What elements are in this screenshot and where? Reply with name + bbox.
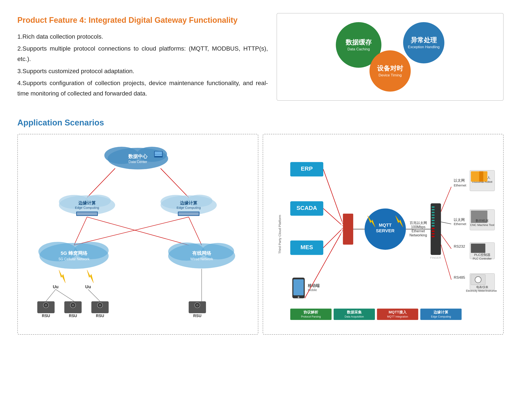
feature-title: Product Feature 4: Integrated Digital Ga… xyxy=(17,15,268,25)
svg-text:Electricity Meter/Instrument: Electricity Meter/Instrument xyxy=(466,289,497,292)
svg-rect-8 xyxy=(155,155,162,156)
svg-text:以太网: 以太网 xyxy=(454,218,465,222)
svg-text:ERP: ERP xyxy=(301,165,313,172)
svg-text:RSU: RSU xyxy=(193,314,201,318)
svg-rect-98 xyxy=(431,220,434,221)
timing-en: Device Timing xyxy=(379,73,402,77)
svg-rect-7 xyxy=(155,153,162,154)
svg-line-76 xyxy=(323,169,343,224)
svg-rect-102 xyxy=(431,231,434,232)
svg-text:SERVER: SERVER xyxy=(376,228,395,233)
exception-en: Exception Handling xyxy=(408,45,440,49)
svg-text:数控机床: 数控机床 xyxy=(476,219,489,223)
svg-line-79 xyxy=(305,230,343,298)
svg-line-108 xyxy=(441,222,451,224)
svg-text:RSU: RSU xyxy=(42,314,50,318)
svg-rect-24 xyxy=(178,212,199,215)
svg-point-73 xyxy=(298,297,299,298)
svg-text:MQTT Integration: MQTT Integration xyxy=(387,315,408,318)
svg-text:Edge Computing: Edge Computing xyxy=(176,206,201,210)
left-scenario-box: 数据中心 Data Center 边缘计算 Edge Computing xyxy=(17,134,258,335)
svg-rect-92 xyxy=(431,203,441,255)
right-scenario-box: 第三方云平台 Third Party Cloud Platform ERP SC… xyxy=(263,134,504,335)
feature-point-2: 2.Supports multiple protocol connections… xyxy=(17,43,268,64)
feature-point-3: 3.Supports customized protocol adaptatio… xyxy=(17,66,268,76)
svg-text:5G Cellular Network: 5G Cellular Network xyxy=(59,257,90,261)
left-network-svg: 数据中心 Data Center 边缘计算 Edge Computing xyxy=(24,141,251,328)
svg-text:移动端: 移动端 xyxy=(308,284,320,288)
svg-text:Edge Computing: Edge Computing xyxy=(431,315,451,318)
exception-zh: 异常处理 xyxy=(411,36,437,44)
svg-line-9 xyxy=(87,168,115,197)
feature-diagram: 数据缓存 Data Caching 异常处理 Exception Handlin… xyxy=(277,13,504,101)
svg-line-26 xyxy=(87,217,189,245)
svg-text:CNC Machine Tool: CNC Machine Tool xyxy=(470,223,494,227)
svg-line-28 xyxy=(189,217,202,245)
svg-text:Ethernet: Ethernet xyxy=(454,222,466,226)
svg-text:协议解析: 协议解析 xyxy=(303,310,318,314)
svg-text:Uu: Uu xyxy=(53,284,59,289)
svg-rect-95 xyxy=(431,212,434,213)
svg-point-132 xyxy=(475,277,481,283)
svg-point-53 xyxy=(72,304,74,307)
data-caching-en: Data Caching xyxy=(347,47,370,52)
svg-rect-6 xyxy=(155,152,162,153)
svg-text:数据采集: 数据采集 xyxy=(347,310,362,314)
svg-text:PLC Controller: PLC Controller xyxy=(473,257,492,260)
svg-text:Networking: Networking xyxy=(409,233,427,237)
app-scenarios-title: Application Scenarios xyxy=(17,118,504,128)
svg-text:有线网络: 有线网络 xyxy=(192,250,211,256)
svg-text:Data Acquisition: Data Acquisition xyxy=(345,315,364,318)
timing-zh: 设备对时 xyxy=(377,64,403,72)
feature-text-block: Product Feature 4: Integrated Digital Ga… xyxy=(17,13,268,101)
svg-text:边缘计算: 边缘计算 xyxy=(180,201,197,205)
svg-text:5G 蜂窝网络: 5G 蜂窝网络 xyxy=(60,250,88,256)
svg-text:Interface: Interface xyxy=(340,221,344,237)
svg-text:Protocol Parsing: Protocol Parsing xyxy=(301,315,321,318)
right-mqtt-svg: 第三方云平台 Third Party Cloud Platform ERP SC… xyxy=(270,141,497,328)
svg-text:RSU: RSU xyxy=(96,314,104,318)
svg-rect-117 xyxy=(479,171,483,182)
circles-diagram: 数据缓存 Data Caching 异常处理 Exception Handlin… xyxy=(336,22,444,92)
svg-point-49 xyxy=(45,304,47,307)
svg-text:RSU: RSU xyxy=(69,314,77,318)
svg-text:Ethernet: Ethernet xyxy=(412,229,425,233)
svg-rect-103 xyxy=(431,233,434,235)
svg-line-25 xyxy=(74,217,87,245)
svg-line-45 xyxy=(88,289,100,301)
svg-rect-99 xyxy=(431,223,434,224)
svg-line-44 xyxy=(56,289,74,301)
top-section: Product Feature 4: Integrated Digital Ga… xyxy=(17,13,504,101)
svg-line-107 xyxy=(441,187,451,212)
svg-text:MQTT接入: MQTT接入 xyxy=(389,310,407,314)
svg-line-10 xyxy=(161,168,189,197)
svg-marker-39 xyxy=(59,270,65,283)
svg-point-61 xyxy=(196,304,199,307)
svg-text:电表/仪表: 电表/仪表 xyxy=(476,285,488,289)
svg-text:百兆以太网: 百兆以太网 xyxy=(410,221,427,225)
svg-text:数据中心: 数据中心 xyxy=(128,154,148,159)
svg-line-27 xyxy=(74,217,189,245)
svg-text:Edge Computing: Edge Computing xyxy=(75,206,99,210)
svg-line-109 xyxy=(441,234,451,249)
svg-rect-100 xyxy=(431,225,434,227)
svg-text:MES: MES xyxy=(301,244,313,250)
svg-text:RS232: RS232 xyxy=(454,244,465,248)
svg-text:PLC控制器: PLC控制器 xyxy=(474,253,491,256)
exception-handling-circle: 异常处理 Exception Handling xyxy=(403,22,444,63)
svg-text:RS485: RS485 xyxy=(454,275,465,280)
feature-point-4: 4.Supports configuration of collection p… xyxy=(17,78,268,98)
svg-rect-101 xyxy=(431,228,434,229)
svg-rect-94 xyxy=(431,209,434,210)
svg-rect-93 xyxy=(431,206,434,208)
svg-rect-17 xyxy=(77,212,97,215)
data-caching-zh: 数据缓存 xyxy=(346,38,372,46)
svg-line-43 xyxy=(46,289,56,301)
svg-text:以太网: 以太网 xyxy=(454,178,465,183)
svg-text:Uu: Uu xyxy=(85,284,91,289)
svg-rect-104 xyxy=(431,236,434,237)
svg-rect-72 xyxy=(293,279,304,295)
svg-line-110 xyxy=(441,245,451,280)
svg-text:SCADA: SCADA xyxy=(296,205,317,211)
svg-text:FINGER: FINGER xyxy=(430,256,441,259)
